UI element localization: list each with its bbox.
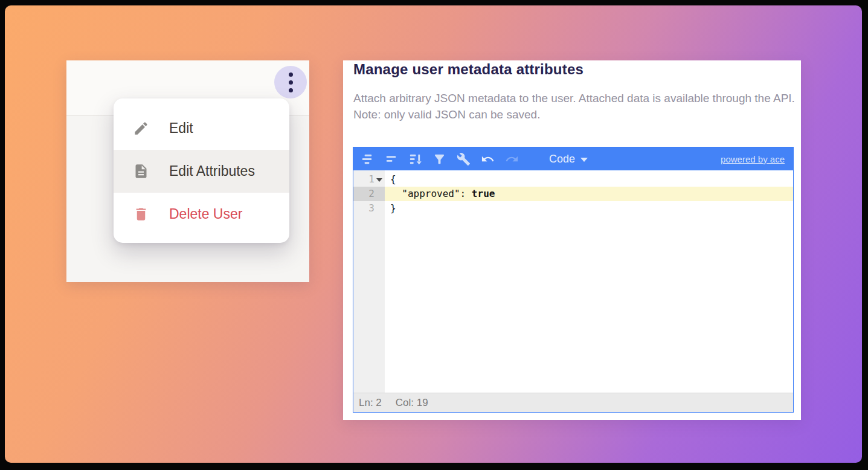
code-line-3: } — [385, 201, 793, 216]
code-indent — [390, 188, 402, 199]
code-area[interactable]: { "approved": true } — [385, 170, 793, 393]
gutter-line-3: 3 — [353, 201, 385, 216]
kebab-vertical-icon — [289, 88, 293, 92]
compact-icon[interactable] — [384, 152, 398, 166]
editor-status-bar: Ln: 2 Col: 19 — [353, 393, 793, 412]
mode-select-dropdown[interactable]: Code — [549, 153, 588, 166]
format-icon[interactable] — [360, 152, 374, 166]
gutter-line-1: 1 — [353, 172, 385, 187]
fold-icon[interactable] — [376, 178, 382, 182]
document-icon — [133, 163, 149, 179]
chevron-down-icon — [580, 158, 588, 162]
context-menu: Edit Edit Attributes Delete User — [114, 98, 289, 243]
powered-by-ace-link[interactable]: powered by ace — [721, 154, 785, 164]
page-title: Manage user metadata attributes — [353, 61, 583, 78]
editor-toolbar: Code powered by ace — [353, 147, 793, 170]
editor-gutter: 1 2 3 — [353, 170, 385, 393]
code-line-1: { — [385, 172, 793, 187]
trash-icon — [133, 206, 149, 222]
menu-item-label: Edit Attributes — [169, 163, 255, 179]
editor-content[interactable]: 1 2 3 { "approved": true } — [353, 170, 793, 393]
json-editor: Code powered by ace 1 2 3 { "app — [353, 147, 794, 413]
pencil-icon — [133, 120, 149, 137]
user-card: Edit Edit Attributes Delete User — [66, 60, 309, 282]
sort-icon[interactable] — [408, 152, 422, 166]
repair-icon[interactable] — [457, 152, 471, 166]
kebab-vertical-icon — [289, 80, 293, 85]
note-text: Note: only valid JSON can be saved. — [353, 106, 800, 123]
undo-icon[interactable] — [481, 152, 495, 166]
code-key-token: "approved" — [402, 188, 460, 199]
code-value-token: true — [472, 188, 495, 199]
line-number: 1 — [368, 173, 375, 185]
menu-item-edit-attributes[interactable]: Edit Attributes — [114, 150, 289, 193]
menu-item-label: Edit — [169, 120, 193, 137]
line-number: 2 — [368, 188, 375, 199]
kebab-menu-button[interactable] — [274, 66, 307, 98]
code-separator: : — [460, 188, 472, 199]
metadata-panel: Manage user metadata attributes Attach a… — [343, 60, 801, 420]
gutter-line-2-active: 2 — [353, 187, 385, 201]
code-token: } — [390, 202, 396, 214]
redo-icon[interactable] — [505, 152, 519, 166]
status-column-indicator: Col: 19 — [396, 397, 428, 409]
menu-item-label: Delete User — [169, 206, 242, 222]
description-text: Attach arbitrary JSON metadata to the us… — [353, 90, 800, 106]
kebab-vertical-icon — [289, 72, 293, 77]
code-line-2-active: "approved": true — [385, 187, 793, 201]
code-token: { — [390, 173, 396, 185]
mode-select-label: Code — [549, 153, 575, 166]
menu-item-delete-user[interactable]: Delete User — [114, 193, 289, 236]
panel-description: Attach arbitrary JSON metadata to the us… — [353, 90, 800, 123]
menu-item-edit[interactable]: Edit — [114, 107, 289, 150]
line-number: 3 — [368, 202, 375, 214]
transform-icon[interactable] — [432, 152, 446, 166]
status-line-indicator: Ln: 2 — [359, 397, 382, 409]
